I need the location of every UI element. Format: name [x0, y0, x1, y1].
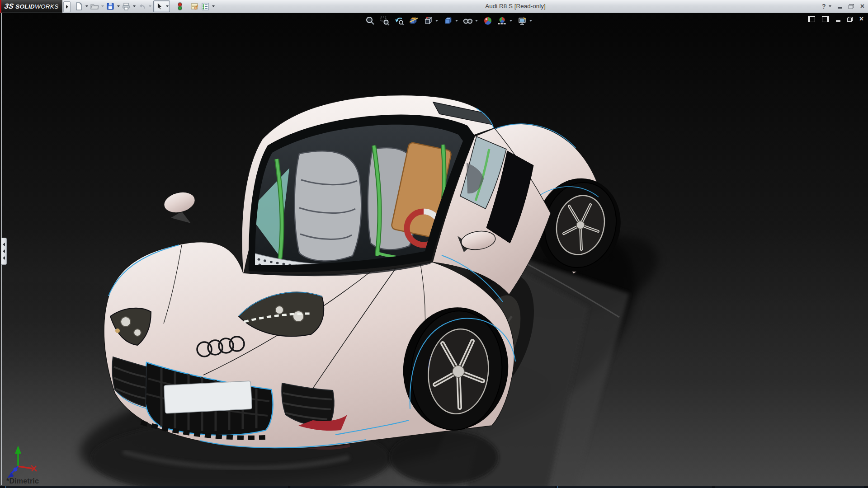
main-toolbar: [73, 0, 216, 12]
print-dropdown[interactable]: [132, 1, 137, 12]
hide-show-items-button[interactable]: [462, 15, 474, 27]
display-style-dropdown[interactable]: [454, 15, 459, 27]
restore-icon: [847, 17, 853, 22]
undo-icon: [137, 2, 146, 11]
section-view-button[interactable]: [408, 15, 420, 27]
logo-text: 3SSOLIDWORKS: [5, 2, 58, 10]
section-view-icon: [409, 16, 419, 26]
zoom-to-fit-button[interactable]: [364, 15, 376, 27]
checklist-dropdown[interactable]: [211, 1, 216, 12]
open-button[interactable]: [89, 1, 100, 12]
document-title: Audi R8 S [Read-only]: [485, 3, 546, 9]
new-document-dropdown[interactable]: [84, 1, 89, 12]
logo-mark: 3S: [4, 2, 14, 10]
traffic-light-button[interactable]: [175, 1, 185, 12]
select-cursor-icon: [155, 2, 163, 10]
zoom-to-fit-icon: [365, 16, 375, 26]
undo-dropdown[interactable]: [147, 1, 152, 12]
doc-restore-button[interactable]: [847, 17, 853, 22]
titlebar: 3SSOLIDWORKS: [0, 0, 868, 13]
flyout-arrow-icon: [66, 5, 68, 9]
notepad-button[interactable]: [189, 1, 200, 12]
close-button[interactable]: ×: [860, 3, 864, 10]
print-icon: [122, 2, 131, 11]
logo-red-strip: [0, 0, 1, 13]
save-dropdown[interactable]: [116, 1, 121, 12]
solidworks-logo: 3SSOLIDWORKS: [0, 0, 62, 13]
graphics-viewport[interactable]: × *Dimetric: [0, 13, 868, 488]
window-controls: ? ×: [822, 0, 864, 13]
view-orientation-button[interactable]: [422, 15, 434, 27]
previous-view-icon: [394, 16, 404, 26]
help-dropdown[interactable]: [829, 5, 831, 7]
view-settings-icon: [517, 16, 527, 26]
previous-view-button[interactable]: [393, 15, 405, 27]
pane-toggle-right-button[interactable]: [822, 16, 829, 22]
bottom-cutoff-strip: [0, 486, 868, 488]
open-dropdown[interactable]: [100, 1, 105, 12]
select-tool-button[interactable]: [154, 1, 165, 12]
collapse-arrow-icon: [3, 243, 5, 246]
document-window-controls: ×: [808, 15, 863, 23]
doc-close-button[interactable]: ×: [859, 15, 863, 23]
minimize-button[interactable]: [838, 4, 842, 9]
apply-scene-icon: [497, 16, 507, 26]
feature-manager-collapse-tab[interactable]: [1, 238, 7, 265]
traffic-light-icon: [176, 2, 184, 11]
zoom-to-area-icon: [380, 16, 390, 26]
new-document-button[interactable]: [73, 1, 84, 12]
print-button[interactable]: [121, 1, 132, 12]
view-orientation-dropdown[interactable]: [434, 15, 439, 27]
collapse-arrow-icon: [3, 249, 5, 253]
view-settings-dropdown[interactable]: [528, 15, 533, 27]
open-folder-icon: [90, 2, 99, 11]
pane-left-icon: [808, 16, 815, 22]
view-settings-button[interactable]: [516, 15, 528, 27]
new-document-icon: [74, 2, 83, 11]
help-button[interactable]: ?: [822, 3, 826, 10]
eyeglasses-icon: [463, 16, 473, 26]
save-floppy-icon: [106, 2, 115, 11]
select-tool-group: [153, 0, 170, 12]
checklist-button[interactable]: [200, 1, 211, 12]
pane-toggle-left-button[interactable]: [808, 16, 815, 22]
heads-up-view-toolbar: [364, 14, 533, 27]
restore-button[interactable]: [849, 4, 854, 9]
collapse-arrow-icon: [3, 256, 5, 260]
menu-flyout-button[interactable]: [63, 1, 71, 12]
apply-scene-dropdown[interactable]: [508, 15, 514, 27]
apply-scene-button[interactable]: [496, 15, 508, 27]
checklist-icon: [201, 2, 210, 11]
view-orientation-label: *Dimetric: [6, 477, 39, 485]
edit-appearance-button[interactable]: [482, 15, 494, 27]
display-style-icon: [443, 16, 453, 26]
display-style-button[interactable]: [442, 15, 454, 27]
pane-right-icon: [822, 16, 829, 22]
3d-scene[interactable]: [0, 13, 868, 488]
hide-show-items-dropdown[interactable]: [474, 15, 479, 27]
zoom-to-area-button[interactable]: [379, 15, 391, 27]
doc-minimize-button[interactable]: [836, 17, 840, 22]
view-orientation-icon: [423, 16, 433, 26]
save-button[interactable]: [105, 1, 116, 12]
y-axis-arrow: [15, 446, 21, 454]
notepad-icon: [190, 2, 199, 11]
appearance-sphere-icon: [483, 16, 493, 26]
license-plate: [164, 381, 252, 413]
select-tool-dropdown[interactable]: [165, 1, 170, 12]
undo-button[interactable]: [137, 1, 147, 12]
minimize-icon: [836, 20, 840, 22]
